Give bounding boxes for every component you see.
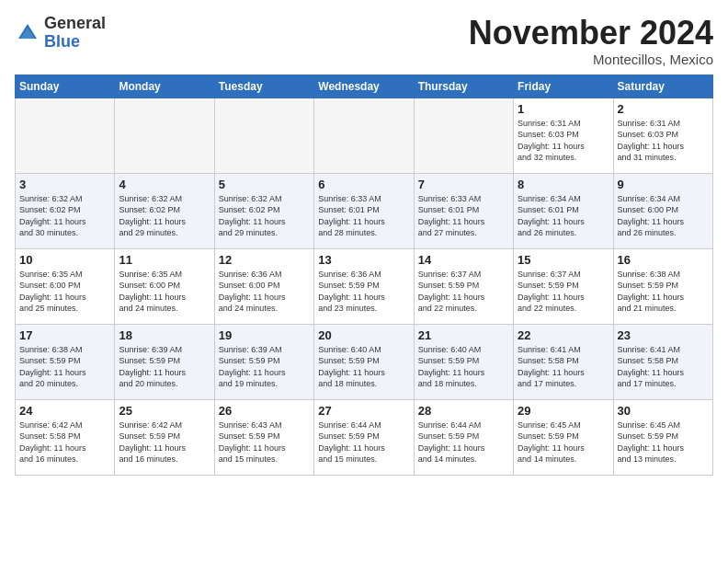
day-number: 12 (219, 253, 310, 267)
calendar-cell: 28Sunrise: 6:44 AM Sunset: 5:59 PM Dayli… (414, 399, 513, 475)
calendar-cell: 23Sunrise: 6:41 AM Sunset: 5:58 PM Dayli… (613, 324, 712, 399)
calendar-cell (16, 98, 115, 173)
day-number: 10 (19, 253, 110, 267)
calendar-cell: 26Sunrise: 6:43 AM Sunset: 5:59 PM Dayli… (214, 399, 313, 475)
calendar-cell: 22Sunrise: 6:41 AM Sunset: 5:58 PM Dayli… (514, 324, 613, 399)
day-info: Sunrise: 6:39 AM Sunset: 5:59 PM Dayligh… (119, 344, 210, 390)
day-number: 29 (518, 404, 609, 418)
month-title: November 2024 (469, 15, 713, 52)
day-number: 6 (318, 178, 409, 191)
day-info: Sunrise: 6:39 AM Sunset: 5:59 PM Dayligh… (219, 344, 310, 390)
calendar-cell: 15Sunrise: 6:37 AM Sunset: 5:59 PM Dayli… (514, 248, 613, 324)
day-info: Sunrise: 6:38 AM Sunset: 5:59 PM Dayligh… (618, 269, 709, 315)
day-number: 27 (318, 404, 409, 418)
day-info: Sunrise: 6:34 AM Sunset: 6:01 PM Dayligh… (518, 193, 609, 239)
calendar-cell (214, 98, 313, 173)
day-info: Sunrise: 6:32 AM Sunset: 6:02 PM Dayligh… (19, 193, 110, 239)
page-header: General Blue November 2024 Montecillos, … (15, 15, 713, 67)
day-info: Sunrise: 6:44 AM Sunset: 5:59 PM Dayligh… (318, 419, 409, 465)
day-number: 22 (518, 328, 609, 342)
day-info: Sunrise: 6:32 AM Sunset: 6:02 PM Dayligh… (219, 193, 310, 239)
day-number: 4 (119, 178, 210, 191)
day-number: 19 (219, 328, 310, 342)
day-info: Sunrise: 6:32 AM Sunset: 6:02 PM Dayligh… (119, 193, 210, 239)
day-info: Sunrise: 6:44 AM Sunset: 5:59 PM Dayligh… (418, 419, 509, 465)
day-info: Sunrise: 6:45 AM Sunset: 5:59 PM Dayligh… (518, 419, 609, 465)
logo-icon (15, 20, 40, 46)
calendar-cell: 3Sunrise: 6:32 AM Sunset: 6:02 PM Daylig… (16, 173, 115, 248)
day-info: Sunrise: 6:34 AM Sunset: 6:00 PM Dayligh… (618, 193, 709, 239)
col-header-friday: Friday (514, 75, 613, 98)
day-info: Sunrise: 6:43 AM Sunset: 5:59 PM Dayligh… (219, 419, 310, 465)
day-number: 20 (318, 328, 409, 342)
day-info: Sunrise: 6:41 AM Sunset: 5:58 PM Dayligh… (518, 344, 609, 390)
day-info: Sunrise: 6:37 AM Sunset: 5:59 PM Dayligh… (518, 269, 609, 315)
calendar-cell: 5Sunrise: 6:32 AM Sunset: 6:02 PM Daylig… (214, 173, 313, 248)
calendar-cell: 13Sunrise: 6:36 AM Sunset: 5:59 PM Dayli… (314, 248, 414, 324)
day-number: 8 (518, 178, 609, 191)
day-info: Sunrise: 6:37 AM Sunset: 5:59 PM Dayligh… (418, 269, 509, 315)
calendar-table: SundayMondayTuesdayWednesdayThursdayFrid… (15, 75, 713, 476)
day-info: Sunrise: 6:35 AM Sunset: 6:00 PM Dayligh… (19, 269, 110, 315)
title-block: November 2024 Montecillos, Mexico (469, 15, 713, 67)
day-info: Sunrise: 6:31 AM Sunset: 6:03 PM Dayligh… (518, 118, 609, 164)
day-info: Sunrise: 6:33 AM Sunset: 6:01 PM Dayligh… (418, 193, 509, 239)
col-header-thursday: Thursday (414, 75, 513, 98)
col-header-tuesday: Tuesday (214, 75, 313, 98)
calendar-cell (414, 98, 513, 173)
calendar-week-row: 24Sunrise: 6:42 AM Sunset: 5:58 PM Dayli… (16, 399, 713, 475)
calendar-cell: 7Sunrise: 6:33 AM Sunset: 6:01 PM Daylig… (414, 173, 513, 248)
day-number: 17 (19, 328, 110, 342)
day-number: 9 (618, 178, 709, 191)
calendar-week-row: 1Sunrise: 6:31 AM Sunset: 6:03 PM Daylig… (16, 98, 713, 173)
calendar-cell: 11Sunrise: 6:35 AM Sunset: 6:00 PM Dayli… (115, 248, 214, 324)
calendar-cell: 24Sunrise: 6:42 AM Sunset: 5:58 PM Dayli… (16, 399, 115, 475)
calendar-week-row: 10Sunrise: 6:35 AM Sunset: 6:00 PM Dayli… (16, 248, 713, 324)
col-header-saturday: Saturday (613, 75, 712, 98)
calendar-cell (314, 98, 414, 173)
calendar-cell: 25Sunrise: 6:42 AM Sunset: 5:59 PM Dayli… (115, 399, 214, 475)
col-header-wednesday: Wednesday (314, 75, 414, 98)
day-number: 21 (418, 328, 509, 342)
day-info: Sunrise: 6:31 AM Sunset: 6:03 PM Dayligh… (618, 118, 709, 164)
calendar-cell: 21Sunrise: 6:40 AM Sunset: 5:59 PM Dayli… (414, 324, 513, 399)
header-row: SundayMondayTuesdayWednesdayThursdayFrid… (16, 75, 713, 98)
calendar-cell: 6Sunrise: 6:33 AM Sunset: 6:01 PM Daylig… (314, 173, 414, 248)
calendar-cell: 30Sunrise: 6:45 AM Sunset: 5:59 PM Dayli… (613, 399, 712, 475)
col-header-monday: Monday (115, 75, 214, 98)
day-number: 23 (618, 328, 709, 342)
day-number: 16 (618, 253, 709, 267)
calendar-cell: 4Sunrise: 6:32 AM Sunset: 6:02 PM Daylig… (115, 173, 214, 248)
location: Montecillos, Mexico (469, 52, 713, 67)
day-info: Sunrise: 6:35 AM Sunset: 6:00 PM Dayligh… (119, 269, 210, 315)
day-info: Sunrise: 6:40 AM Sunset: 5:59 PM Dayligh… (418, 344, 509, 390)
calendar-cell: 16Sunrise: 6:38 AM Sunset: 5:59 PM Dayli… (613, 248, 712, 324)
day-number: 13 (318, 253, 409, 267)
calendar-cell: 9Sunrise: 6:34 AM Sunset: 6:00 PM Daylig… (613, 173, 712, 248)
calendar-week-row: 17Sunrise: 6:38 AM Sunset: 5:59 PM Dayli… (16, 324, 713, 399)
calendar-cell: 8Sunrise: 6:34 AM Sunset: 6:01 PM Daylig… (514, 173, 613, 248)
day-number: 14 (418, 253, 509, 267)
calendar-cell (115, 98, 214, 173)
calendar-cell: 17Sunrise: 6:38 AM Sunset: 5:59 PM Dayli… (16, 324, 115, 399)
day-info: Sunrise: 6:38 AM Sunset: 5:59 PM Dayligh… (19, 344, 110, 390)
day-number: 28 (418, 404, 509, 418)
calendar-cell: 18Sunrise: 6:39 AM Sunset: 5:59 PM Dayli… (115, 324, 214, 399)
calendar-cell: 1Sunrise: 6:31 AM Sunset: 6:03 PM Daylig… (514, 98, 613, 173)
day-number: 15 (518, 253, 609, 267)
calendar-cell: 2Sunrise: 6:31 AM Sunset: 6:03 PM Daylig… (613, 98, 712, 173)
logo: General Blue (15, 15, 106, 52)
day-info: Sunrise: 6:40 AM Sunset: 5:59 PM Dayligh… (318, 344, 409, 390)
day-number: 7 (418, 178, 509, 191)
day-number: 18 (119, 328, 210, 342)
day-info: Sunrise: 6:36 AM Sunset: 5:59 PM Dayligh… (318, 269, 409, 315)
day-number: 3 (19, 178, 110, 191)
calendar-cell: 27Sunrise: 6:44 AM Sunset: 5:59 PM Dayli… (314, 399, 414, 475)
day-info: Sunrise: 6:42 AM Sunset: 5:58 PM Dayligh… (19, 419, 110, 465)
day-number: 5 (219, 178, 310, 191)
calendar-cell: 14Sunrise: 6:37 AM Sunset: 5:59 PM Dayli… (414, 248, 513, 324)
day-info: Sunrise: 6:36 AM Sunset: 6:00 PM Dayligh… (219, 269, 310, 315)
calendar-cell: 20Sunrise: 6:40 AM Sunset: 5:59 PM Dayli… (314, 324, 414, 399)
logo-blue-text: Blue (44, 32, 80, 51)
calendar-cell: 19Sunrise: 6:39 AM Sunset: 5:59 PM Dayli… (214, 324, 313, 399)
